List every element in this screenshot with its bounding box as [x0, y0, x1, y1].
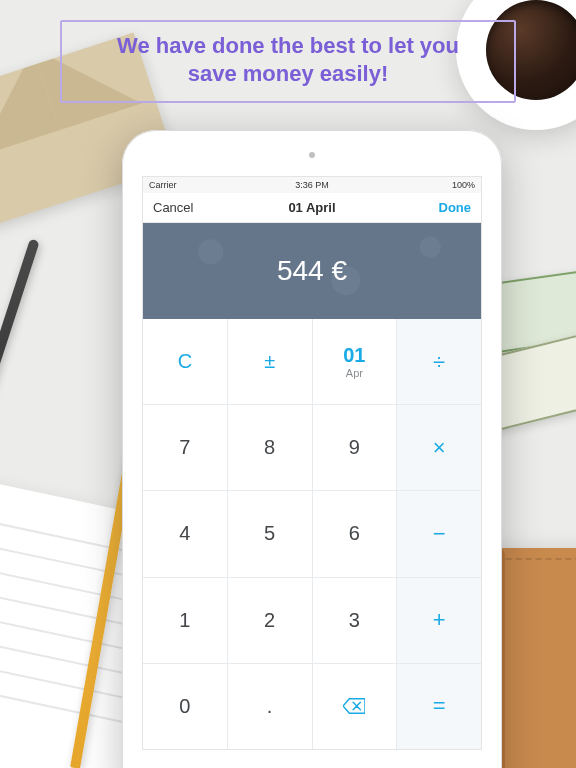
key-date-month: Apr: [346, 367, 363, 379]
done-button[interactable]: Done: [439, 200, 472, 215]
status-bar: Carrier 3:36 PM 100%: [143, 177, 481, 193]
key-date-day: 01: [343, 345, 365, 365]
key-2[interactable]: 2: [228, 578, 312, 663]
key-divide[interactable]: ÷: [397, 319, 481, 404]
nav-bar: Cancel 01 April Done: [143, 193, 481, 223]
key-plus-minus[interactable]: ±: [228, 319, 312, 404]
key-6[interactable]: 6: [313, 491, 397, 576]
app-screen: Carrier 3:36 PM 100% Cancel 01 April Don…: [142, 176, 482, 750]
keypad: C ± 01 Apr ÷ 7 8 9 × 4 5 6 − 1 2 3 + 0 .: [143, 319, 481, 749]
promo-headline-box: We have done the best to let yousave mon…: [60, 20, 516, 103]
backspace-icon: [343, 698, 365, 714]
amount-value: 544 €: [277, 255, 347, 287]
key-4[interactable]: 4: [143, 491, 227, 576]
promo-headline: We have done the best to let yousave mon…: [76, 32, 500, 87]
status-battery: 100%: [452, 180, 475, 190]
key-5[interactable]: 5: [228, 491, 312, 576]
cancel-button[interactable]: Cancel: [153, 200, 193, 215]
key-equals[interactable]: =: [397, 664, 481, 749]
status-time: 3:36 PM: [143, 180, 481, 190]
key-clear[interactable]: C: [143, 319, 227, 404]
tablet-camera: [309, 152, 315, 158]
key-9[interactable]: 9: [313, 405, 397, 490]
key-0[interactable]: 0: [143, 664, 227, 749]
key-date[interactable]: 01 Apr: [313, 319, 397, 404]
key-1[interactable]: 1: [143, 578, 227, 663]
key-multiply[interactable]: ×: [397, 405, 481, 490]
status-carrier: Carrier: [149, 180, 177, 190]
key-backspace[interactable]: [313, 664, 397, 749]
nav-title: 01 April: [143, 200, 481, 215]
amount-display: 544 €: [143, 223, 481, 319]
key-8[interactable]: 8: [228, 405, 312, 490]
key-dot[interactable]: .: [228, 664, 312, 749]
key-plus[interactable]: +: [397, 578, 481, 663]
tablet-frame: Carrier 3:36 PM 100% Cancel 01 April Don…: [122, 130, 502, 768]
key-minus[interactable]: −: [397, 491, 481, 576]
key-7[interactable]: 7: [143, 405, 227, 490]
key-3[interactable]: 3: [313, 578, 397, 663]
